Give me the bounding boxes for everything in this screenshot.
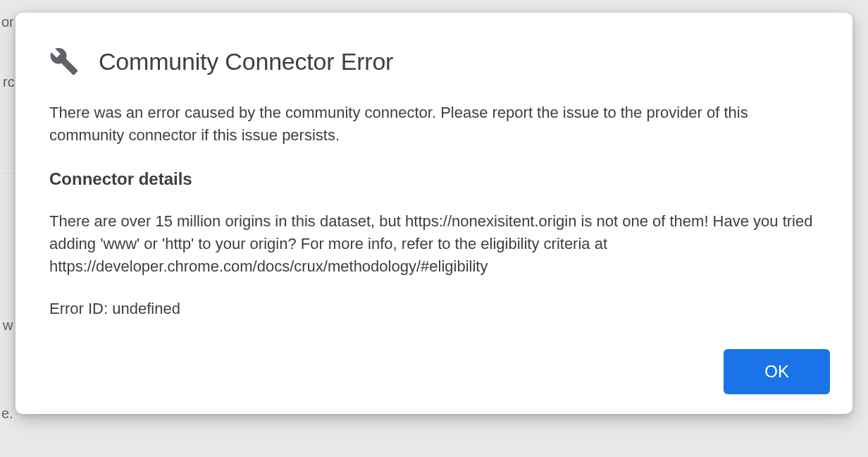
dialog-footer: OK — [16, 335, 852, 414]
ok-button[interactable]: OK — [724, 349, 830, 394]
wrench-icon — [49, 47, 79, 76]
connector-details-heading: Connector details — [49, 169, 819, 189]
dialog-header: Community Connector Error — [49, 47, 819, 76]
dialog-content: Community Connector Error There was an e… — [16, 13, 852, 335]
dialog-intro-text: There was an error caused by the communi… — [49, 102, 819, 147]
dialog-title: Community Connector Error — [99, 48, 393, 75]
error-dialog: Community Connector Error There was an e… — [16, 13, 852, 414]
error-id-text: Error ID: undefined — [49, 300, 819, 318]
connector-detail-text: There are over 15 million origins in thi… — [49, 210, 819, 278]
dialog-backdrop: Community Connector Error There was an e… — [0, 0, 868, 457]
